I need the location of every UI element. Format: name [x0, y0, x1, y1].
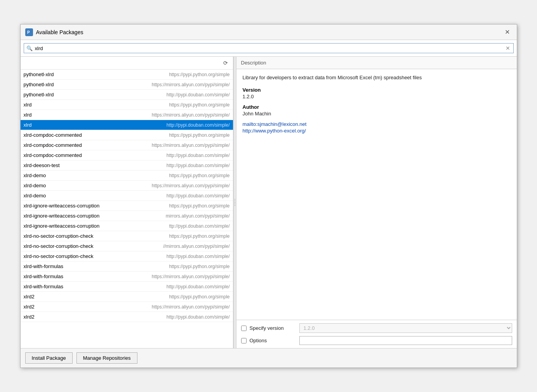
package-name: xlrd-with-formulas: [24, 284, 64, 289]
package-name: xlrd-demo: [24, 193, 46, 199]
website-link[interactable]: http://www.python-excel.org/: [243, 128, 511, 134]
package-list: pythonetl-xlrdhttps://pypi.python.org/si…: [21, 70, 233, 348]
version-value: 1.2.0: [243, 94, 511, 99]
package-list-item[interactable]: xlrd-compdoc-commentedhttps://pypi.pytho…: [21, 130, 233, 140]
package-list-item[interactable]: xlrd2https://mirrors.aliyun.com/pypi/sim…: [21, 302, 233, 312]
package-list-item[interactable]: xlrd-with-formulashttps://mirrors.aliyun…: [21, 272, 233, 282]
package-name: xlrd-no-sector-corruption-check: [24, 243, 94, 249]
package-name: xlrd-compdoc-commented: [24, 132, 82, 138]
package-name: xlrd-ignore-writeaccess-corruption: [24, 223, 100, 229]
package-name: xlrd-compdoc-commented: [24, 152, 82, 158]
package-list-item[interactable]: xlrd-compdoc-commentedhttps://mirrors.al…: [21, 140, 233, 150]
package-list-item[interactable]: xlrd2https://pypi.python.org/simple: [21, 292, 233, 302]
package-name: xlrd-compdoc-commented: [24, 142, 82, 148]
package-name: xlrd-demo: [24, 183, 46, 188]
package-url: https://pypi.python.org/simple: [169, 132, 229, 138]
author-value: John Machin: [243, 111, 511, 117]
specify-version-checkbox[interactable]: [241, 326, 247, 331]
package-list-item[interactable]: xlrd-ignore-writeaccess-corruptionhttps:…: [21, 201, 233, 211]
package-list-item[interactable]: xlrdhttps://mirrors.aliyun.com/pypi/simp…: [21, 110, 233, 120]
search-icon: 🔍: [26, 45, 33, 51]
package-list-item[interactable]: pythonetl-xlrdhttp://pypi.douban.com/sim…: [21, 90, 233, 100]
package-url: http://pypi.douban.com/simple/: [167, 254, 230, 259]
author-label: Author: [243, 104, 511, 110]
package-url: https://pypi.python.org/simple: [169, 294, 229, 300]
list-toolbar: ⟳: [21, 57, 233, 70]
options-checkbox[interactable]: [241, 338, 247, 343]
package-url: https://pypi.python.org/simple: [169, 203, 229, 209]
version-select[interactable]: 1.2.0 1.1.0 1.0.0: [299, 323, 512, 333]
detail-pane: Description Library for developers to ex…: [236, 57, 517, 348]
package-name: xlrd-ignore-writeaccess-corruption: [24, 213, 100, 219]
package-list-item[interactable]: xlrd-no-sector-corruption-checkhttp://py…: [21, 251, 233, 261]
package-name: xlrd-demo: [24, 172, 46, 178]
package-list-item[interactable]: xlrd-demohttps://pypi.python.org/simple: [21, 171, 233, 181]
package-url: https://pypi.python.org/simple: [169, 233, 229, 239]
close-button[interactable]: ✕: [502, 28, 512, 37]
package-list-item[interactable]: xlrd-demohttps://mirrors.aliyun.com/pypi…: [21, 181, 233, 191]
package-url: https://mirrors.aliyun.com/pypi/simple/: [152, 143, 230, 148]
package-url: https://pypi.python.org/simple: [169, 264, 229, 269]
manage-repositories-button[interactable]: Manage Repositories: [76, 352, 137, 364]
action-bar: Install Package Manage Repositories: [21, 348, 517, 368]
footer-options: Specify version 1.2.0 1.1.0 1.0.0 Option…: [236, 320, 517, 348]
package-list-item[interactable]: xlrd-demohttp://pypi.douban.com/simple/: [21, 191, 233, 201]
package-url: http://pypi.douban.com/simple/: [167, 92, 230, 98]
package-list-item[interactable]: xlrd-no-sector-corruption-checkhttps://p…: [21, 231, 233, 241]
package-list-pane: ⟳ pythonetl-xlrdhttps://pypi.python.org/…: [21, 57, 233, 348]
detail-description: Library for developers to extract data f…: [243, 74, 511, 82]
package-name: xlrd-no-sector-corruption-check: [24, 253, 94, 259]
pane-divider: [233, 57, 236, 348]
options-row: Options: [241, 336, 512, 345]
package-url: http://pypi.douban.com/simple/: [167, 193, 230, 199]
refresh-button[interactable]: ⟳: [221, 58, 231, 68]
search-bar: 🔍 ✕: [21, 40, 517, 57]
package-name: xlrd2: [24, 314, 35, 320]
package-name: xlrd-with-formulas: [24, 263, 64, 269]
package-name: xlrd2: [24, 294, 35, 300]
package-list-item[interactable]: pythonetl-xlrdhttps://pypi.python.org/si…: [21, 70, 233, 80]
package-url: https://pypi.python.org/simple: [169, 173, 229, 178]
package-url: http://pypi.douban.com/simple/: [167, 153, 230, 158]
package-list-item[interactable]: xlrd-compdoc-commentedhttp://pypi.douban…: [21, 150, 233, 160]
svg-text:P: P: [27, 30, 30, 35]
package-name: xlrd2: [24, 304, 35, 310]
package-url: https://mirrors.aliyun.com/pypi/simple/: [152, 304, 230, 310]
dialog-title: Available Packages: [36, 29, 83, 35]
title-bar-left: P Available Packages: [25, 28, 83, 36]
package-url: ttp://pypi.douban.com/simple/: [169, 223, 229, 229]
detail-header: Description: [236, 57, 517, 69]
email-link[interactable]: mailto:sjmachin@lexicon.net: [243, 121, 511, 127]
package-url: https://pypi.python.org/simple: [169, 102, 229, 108]
available-packages-dialog: P Available Packages ✕ 🔍 ✕ ⟳ pythonetl-x…: [20, 24, 517, 368]
package-list-item[interactable]: xlrd-ignore-writeaccess-corruptionmirror…: [21, 211, 233, 221]
package-list-item[interactable]: xlrdhttp://pypi.douban.com/simple/: [21, 120, 233, 130]
package-list-item[interactable]: xlrd-with-formulashttp://pypi.douban.com…: [21, 282, 233, 292]
package-name: xlrd: [24, 122, 32, 128]
options-input[interactable]: [299, 336, 512, 345]
package-list-item[interactable]: xlrd-ignore-writeaccess-corruptionttp://…: [21, 221, 233, 231]
package-list-item[interactable]: xlrd-deeson-testhttp://pypi.douban.com/s…: [21, 160, 233, 171]
package-list-item[interactable]: xlrdhttps://pypi.python.org/simple: [21, 100, 233, 110]
package-url: http://pypi.douban.com/simple/: [167, 284, 230, 289]
package-name: xlrd: [24, 102, 32, 108]
version-label: Version: [243, 87, 511, 93]
clear-search-button[interactable]: ✕: [505, 45, 511, 51]
options-label: Options: [250, 338, 296, 343]
search-input[interactable]: [35, 45, 505, 51]
main-content: ⟳ pythonetl-xlrdhttps://pypi.python.org/…: [21, 57, 517, 348]
package-list-item[interactable]: xlrd-no-sector-corruption-check//mirrors…: [21, 241, 233, 251]
package-url: http://pypi.douban.com/simple/: [167, 314, 230, 320]
package-name: xlrd-with-formulas: [24, 274, 64, 279]
package-list-item[interactable]: xlrd-with-formulashttps://pypi.python.or…: [21, 261, 233, 272]
title-bar: P Available Packages ✕: [21, 24, 517, 40]
package-name: xlrd: [24, 112, 32, 118]
package-list-item[interactable]: xlrd2http://pypi.douban.com/simple/: [21, 312, 233, 322]
package-url: https://mirrors.aliyun.com/pypi/simple/: [152, 183, 230, 188]
package-url: http://pypi.douban.com/simple/: [167, 122, 230, 128]
package-url: http://pypi.douban.com/simple/: [167, 163, 230, 168]
install-package-button[interactable]: Install Package: [25, 352, 73, 364]
specify-version-row: Specify version 1.2.0 1.1.0 1.0.0: [241, 323, 512, 333]
detail-body: Library for developers to extract data f…: [236, 69, 517, 320]
package-list-item[interactable]: pythonetl-xlrdhttps://mirrors.aliyun.com…: [21, 80, 233, 90]
